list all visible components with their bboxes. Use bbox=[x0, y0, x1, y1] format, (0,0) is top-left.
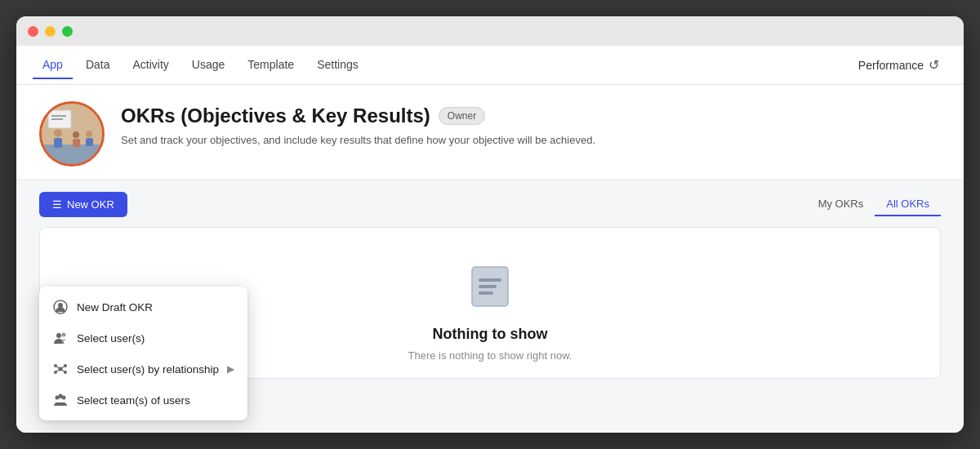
close-button[interactable] bbox=[28, 26, 38, 37]
svg-point-18 bbox=[56, 333, 61, 338]
svg-rect-15 bbox=[479, 291, 493, 295]
owner-badge: Owner bbox=[439, 107, 485, 125]
app-title: OKRs (Objectives & Key Results) bbox=[121, 104, 430, 127]
users-icon bbox=[52, 330, 69, 346]
tab-data[interactable]: Data bbox=[76, 51, 120, 79]
svg-rect-9 bbox=[73, 139, 80, 147]
filter-tab-my-okrs[interactable]: My OKRs bbox=[807, 193, 875, 216]
dropdown-item-new-draft[interactable]: New Draft OKR bbox=[39, 291, 247, 322]
avatar bbox=[39, 101, 105, 167]
filter-tab-all-okrs[interactable]: All OKRs bbox=[875, 193, 941, 216]
svg-rect-13 bbox=[479, 278, 501, 282]
empty-state-title: Nothing to show bbox=[433, 326, 548, 343]
refresh-icon: ↺ bbox=[929, 57, 939, 73]
tab-app[interactable]: App bbox=[33, 51, 73, 79]
svg-point-31 bbox=[59, 394, 63, 398]
team-icon bbox=[52, 392, 69, 408]
tab-usage[interactable]: Usage bbox=[182, 51, 234, 79]
svg-point-10 bbox=[86, 131, 92, 137]
dropdown-item-select-users-relationship[interactable]: Select user(s) by relationship ▶ bbox=[39, 353, 247, 385]
minimize-button[interactable] bbox=[45, 26, 56, 37]
maximize-button[interactable] bbox=[62, 26, 73, 37]
performance-button[interactable]: Performance ↺ bbox=[850, 52, 947, 78]
list-icon: ☰ bbox=[52, 198, 62, 211]
app-title-row: OKRs (Objectives & Key Results) Owner bbox=[121, 104, 941, 127]
dropdown-menu: New Draft OKR Select user(s) bbox=[39, 287, 247, 420]
app-header: OKRs (Objectives & Key Results) Owner Se… bbox=[16, 85, 964, 180]
filter-tabs: My OKRs All OKRs bbox=[807, 193, 941, 216]
app-info: OKRs (Objectives & Key Results) Owner Se… bbox=[121, 101, 941, 149]
new-okr-button[interactable]: ☰ New OKR bbox=[39, 192, 127, 217]
main-content: OKRs (Objectives & Key Results) Owner Se… bbox=[16, 85, 964, 433]
svg-point-6 bbox=[54, 129, 62, 137]
dropdown-item-select-users[interactable]: Select user(s) bbox=[39, 322, 247, 353]
svg-point-8 bbox=[73, 131, 79, 138]
tab-settings[interactable]: Settings bbox=[307, 51, 368, 79]
tab-template[interactable]: Template bbox=[238, 51, 304, 79]
svg-rect-14 bbox=[479, 285, 497, 288]
tab-activity[interactable]: Activity bbox=[123, 51, 179, 79]
network-icon bbox=[52, 361, 69, 377]
nav-tabs: App Data Activity Usage Template Setting… bbox=[33, 51, 850, 78]
svg-rect-7 bbox=[54, 138, 62, 148]
empty-state-icon bbox=[464, 260, 516, 313]
empty-state-subtitle: There is nothing to show right now. bbox=[408, 349, 572, 362]
svg-point-19 bbox=[62, 333, 66, 337]
title-bar bbox=[16, 16, 964, 46]
app-description: Set and track your objectives, and inclu… bbox=[121, 132, 941, 149]
app-window: App Data Activity Usage Template Setting… bbox=[16, 16, 964, 433]
nav-bar: App Data Activity Usage Template Setting… bbox=[16, 46, 964, 85]
nav-right: Performance ↺ bbox=[850, 52, 947, 78]
svg-rect-11 bbox=[86, 138, 93, 146]
svg-rect-2 bbox=[42, 144, 102, 164]
content-wrapper: ☰ New OKR My OKRs All OKRs bbox=[16, 180, 964, 379]
person-circle-icon bbox=[52, 299, 69, 315]
toolbar: ☰ New OKR My OKRs All OKRs bbox=[39, 180, 941, 227]
chevron-right-icon: ▶ bbox=[227, 363, 234, 375]
dropdown-item-select-teams[interactable]: Select team(s) of users bbox=[39, 385, 247, 416]
